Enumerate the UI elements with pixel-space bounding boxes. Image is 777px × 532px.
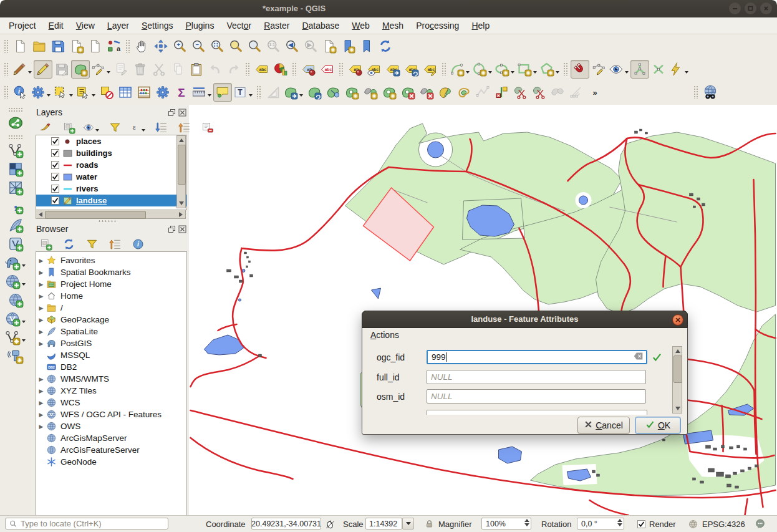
cad-tools[interactable] bbox=[264, 83, 282, 102]
scale-combo[interactable]: 1:14392 bbox=[365, 518, 402, 530]
deselect-features[interactable] bbox=[97, 83, 116, 102]
remove-layer[interactable] bbox=[198, 120, 216, 135]
menu-processing[interactable]: Processing bbox=[410, 18, 465, 33]
expander-icon[interactable]: ▶ bbox=[36, 388, 46, 394]
map-tips[interactable] bbox=[213, 83, 232, 102]
cancel-button[interactable]: Cancel bbox=[577, 417, 630, 434]
add-wfs-layer[interactable] bbox=[4, 309, 27, 328]
toolbar-grip[interactable] bbox=[4, 62, 9, 76]
toolbar-grip[interactable] bbox=[4, 39, 9, 53]
add-spatialite-layer[interactable] bbox=[6, 216, 25, 235]
add-wcs-layer[interactable] bbox=[6, 291, 25, 309]
cut-features[interactable] bbox=[150, 60, 168, 79]
field-calculator[interactable] bbox=[135, 83, 153, 102]
expander-icon[interactable]: ▶ bbox=[36, 376, 46, 382]
processing-toolbox[interactable] bbox=[153, 83, 172, 102]
add-group[interactable] bbox=[59, 120, 78, 135]
layers-vertical-scrollbar[interactable] bbox=[176, 135, 186, 208]
pin-unpin-labels[interactable]: ab bbox=[346, 60, 365, 79]
extents-toggle-icon[interactable] bbox=[325, 518, 335, 530]
layer-item-rivers[interactable]: rivers bbox=[36, 183, 186, 195]
field-input-osm_id[interactable]: NULL bbox=[427, 389, 646, 404]
layer-item-roads[interactable]: roads bbox=[36, 159, 186, 171]
layer-item-water[interactable]: water bbox=[36, 171, 186, 183]
browser-item-wfs-ogc-api-features[interactable]: ▶WFS / OGC API - Features bbox=[36, 409, 186, 420]
digitize-rectangle[interactable] bbox=[516, 60, 539, 79]
expander-icon[interactable]: ▶ bbox=[36, 341, 46, 347]
open-data-source-manager[interactable] bbox=[6, 114, 25, 132]
layer-checkbox[interactable] bbox=[51, 173, 59, 181]
browser-item-mssql[interactable]: MSSQL bbox=[36, 349, 186, 361]
enable-disable-properties[interactable]: i bbox=[128, 236, 147, 251]
save-project[interactable] bbox=[49, 37, 67, 56]
toolbar-grip[interactable] bbox=[339, 62, 344, 76]
browser-item-geopackage[interactable]: ▶GeoPackage bbox=[36, 314, 186, 326]
browser-item-geonode[interactable]: GeoNode bbox=[36, 456, 186, 468]
maximize-button[interactable] bbox=[745, 2, 756, 14]
menu-raster[interactable]: Raster bbox=[258, 18, 296, 33]
enable-snapping[interactable] bbox=[571, 60, 589, 79]
layer-item-buildings[interactable]: buildings bbox=[36, 147, 186, 159]
new-print-layout[interactable] bbox=[67, 37, 86, 56]
expander-icon[interactable]: ▶ bbox=[36, 329, 46, 335]
snap-on-intersection[interactable] bbox=[649, 60, 668, 79]
modify-attributes[interactable] bbox=[112, 60, 131, 79]
rotation-down[interactable] bbox=[617, 523, 622, 526]
messages-button[interactable] bbox=[755, 518, 766, 530]
text-annotation[interactable]: T bbox=[232, 83, 254, 102]
pin-labels[interactable]: ab bbox=[299, 60, 318, 79]
paste-features[interactable] bbox=[187, 60, 206, 79]
pan-map[interactable] bbox=[133, 37, 152, 56]
filter-by-expression[interactable]: ε bbox=[128, 120, 147, 135]
move-feature[interactable] bbox=[282, 83, 305, 102]
pan-map-to-selection[interactable] bbox=[152, 37, 170, 56]
rotation-up[interactable] bbox=[617, 519, 622, 522]
new-spatial-bookmark[interactable] bbox=[339, 37, 357, 56]
open-layer-styling[interactable] bbox=[36, 120, 55, 135]
browser-item-project-home[interactable]: ▶Project Home bbox=[36, 278, 186, 290]
browser-item-wms-wmts[interactable]: ▶WMS/WMTS bbox=[36, 373, 186, 385]
toolbar-grip[interactable] bbox=[4, 85, 9, 99]
toolbar-grip[interactable] bbox=[563, 62, 569, 76]
vertex-tool[interactable] bbox=[90, 60, 112, 79]
map-canvas[interactable] bbox=[189, 105, 777, 515]
field-input-ogc_fid[interactable]: 999 bbox=[427, 350, 647, 364]
zoom-last[interactable]: ◀ bbox=[282, 37, 301, 56]
manage-map-themes[interactable] bbox=[82, 120, 101, 135]
run-feature-action[interactable] bbox=[30, 83, 52, 102]
enable-tracing[interactable] bbox=[668, 60, 690, 79]
topological-editing[interactable] bbox=[630, 60, 649, 79]
browser-item-favorites[interactable]: ▶Favorites bbox=[36, 254, 186, 266]
browser-item-postgis[interactable]: ▶PostGIS bbox=[36, 337, 186, 349]
magnifier-spinbox[interactable]: 100% bbox=[481, 518, 531, 530]
crs-status[interactable]: EPSG:4326 bbox=[688, 518, 745, 530]
add-vector-layer[interactable] bbox=[6, 141, 25, 160]
float-panel-icon[interactable] bbox=[168, 109, 176, 117]
render-checkbox[interactable] bbox=[637, 520, 645, 528]
browser-item-spatialite[interactable]: ▶SpatiaLite bbox=[36, 326, 186, 337]
trim-extend[interactable] bbox=[492, 83, 511, 102]
zoom-next[interactable]: ▶ bbox=[301, 37, 320, 56]
browser-item-xyz-tiles[interactable]: ▶XYZ Tiles bbox=[36, 385, 186, 397]
magnifier-up[interactable] bbox=[524, 519, 529, 522]
minimize-button[interactable] bbox=[729, 2, 741, 14]
add-virtual-layer[interactable] bbox=[4, 328, 27, 347]
new-project[interactable] bbox=[11, 37, 30, 56]
delete-ring[interactable] bbox=[398, 83, 417, 102]
browser-item-ows[interactable]: ▶OWS bbox=[36, 420, 186, 432]
current-edits[interactable] bbox=[11, 60, 34, 79]
expander-icon[interactable]: ▶ bbox=[36, 269, 46, 276]
browser-item--[interactable]: ▶/ bbox=[36, 302, 186, 314]
redo[interactable] bbox=[224, 60, 243, 79]
browser-item-wcs[interactable]: ▶WCS bbox=[36, 397, 186, 409]
toggle-editing[interactable] bbox=[34, 60, 52, 79]
menu-mesh[interactable]: Mesh bbox=[376, 18, 410, 33]
layer-item-places[interactable]: places bbox=[36, 135, 186, 147]
show-layout-manager[interactable] bbox=[86, 37, 105, 56]
add-ring[interactable] bbox=[342, 83, 361, 102]
layer-item-landuse[interactable]: landuse bbox=[36, 195, 186, 206]
toolbar-grip[interactable] bbox=[245, 62, 251, 76]
digitize-ellipse[interactable] bbox=[494, 60, 516, 79]
add-wms-layer[interactable] bbox=[4, 272, 27, 291]
add-part[interactable] bbox=[361, 83, 380, 102]
